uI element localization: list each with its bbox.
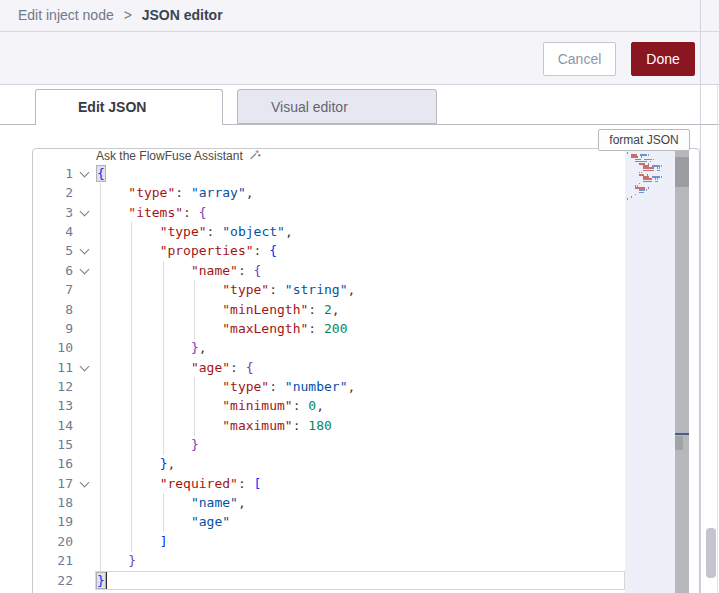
chevron-down-icon[interactable] [80,477,90,487]
line-number: 10 [33,338,73,357]
code-line[interactable]: 17 "required": [ [33,474,625,494]
code-line[interactable]: 18 "name", [33,493,625,513]
chevron-down-icon[interactable] [80,168,90,178]
chevron-down-icon[interactable] [80,264,90,274]
code-text: "age": { [97,358,254,377]
code-text: "name": { [97,261,261,280]
editor-scrollbar-thumb[interactable] [675,157,689,187]
json-editor-dialog: Edit inject node > JSON editor Cancel Do… [0,0,719,593]
code-line[interactable]: 19 "age" [33,512,625,532]
page-title: JSON editor [142,7,223,23]
code-text: } [97,571,105,590]
line-number: 8 [33,300,73,319]
tab-edit-json[interactable]: Edit JSON [35,89,223,125]
line-number: 18 [33,493,73,512]
minimap-line-mark [657,170,660,172]
code-text: "type": "array", [97,183,254,202]
code-line[interactable]: 3 "items": { [33,203,625,223]
format-json-button[interactable]: format JSON [598,129,690,151]
minimap-line-mark [650,161,651,163]
minimap-line-mark [627,198,628,200]
code-line[interactable]: 6 "name": { [33,261,625,281]
code-editor[interactable]: Ask the FlowFuse Assistant 1{2 "type": "… [32,148,700,593]
code-line[interactable]: 1{ [33,164,625,184]
code-line[interactable]: 10 }, [33,338,625,358]
minimap-line-mark [661,165,662,167]
sparkle-wand-icon [249,149,261,161]
line-number: 7 [33,280,73,299]
code-text: }, [97,454,175,473]
dialog-scrollbar-border [700,0,701,593]
code-line[interactable]: 4 "type": "object", [33,222,625,242]
code-text: "properties": { [97,241,277,260]
minimap-line-mark [639,192,644,194]
overview-ruler-cursor-marker [675,433,689,435]
code-text: "type": "string", [97,280,355,299]
code-text: } [97,551,136,570]
minimap-line-mark [648,154,649,156]
minimap[interactable] [625,149,675,593]
code-line[interactable]: 14 "maximum": 180 [33,416,625,436]
line-number: 16 [33,454,73,473]
minimap-line-mark [655,181,658,183]
code-text: "type": "object", [97,222,293,241]
line-number: 6 [33,261,73,280]
dialog-toolbar: Cancel Done [0,32,719,85]
code-text: "items": { [97,203,207,222]
code-line[interactable]: 20 ] [33,532,625,552]
chevron-down-icon[interactable] [80,206,90,216]
minimap-line-mark [648,187,649,189]
breadcrumb-node: Edit inject node [18,7,114,23]
overview-ruler-marker [675,436,683,450]
code-text: "maximum": 180 [97,416,332,435]
line-number: 14 [33,416,73,435]
code-line[interactable]: 11 "age": { [33,358,625,378]
minimap-line-mark [641,156,642,158]
line-number: 11 [33,358,73,377]
chevron-down-icon[interactable] [80,361,90,371]
cancel-button[interactable]: Cancel [543,42,616,76]
minimap-line-mark [652,176,660,178]
code-text: "required": [ [97,474,261,493]
minimap-line-mark [643,170,654,172]
done-button[interactable]: Done [631,42,695,76]
code-line[interactable]: 21 } [33,551,625,571]
line-number: 1 [33,164,73,183]
code-line[interactable]: 2 "type": "array", [33,183,625,203]
breadcrumb: Edit inject node > JSON editor [0,0,719,32]
text-cursor [106,572,108,589]
code-line[interactable]: 12 "type": "number", [33,377,625,397]
code-line[interactable]: 13 "minimum": 0, [33,396,625,416]
code-text: "name", [97,493,246,512]
code-line[interactable]: 22} [33,571,625,591]
code-line[interactable]: 5 "properties": { [33,241,625,261]
code-text: }, [97,338,207,357]
minimap-line-mark [643,181,652,183]
minimap-line-mark [635,194,636,196]
line-number: 19 [33,512,73,531]
line-number: 9 [33,319,73,338]
minimap-line-mark [627,152,628,154]
tab-visual-editor[interactable]: Visual editor [237,89,437,124]
current-line-highlight [95,571,625,590]
minimap-line-mark [661,176,662,178]
dialog-scrollbar-thumb[interactable] [706,528,716,578]
line-number: 5 [33,241,73,260]
code-line[interactable]: 9 "maxLength": 200 [33,319,625,339]
code-text: ] [97,532,167,551]
chevron-down-icon[interactable] [80,245,90,255]
tab-bar: Edit JSON Visual editor [0,85,719,125]
code-line[interactable]: 7 "type": "string", [33,280,625,300]
line-number: 22 [33,571,73,590]
editor-scrollbar-track[interactable] [675,149,689,593]
code-text: { [97,164,105,183]
code-text: "type": "number", [97,377,355,396]
code-text: "minimum": 0, [97,396,324,415]
minimap-line-mark [631,196,632,198]
code-line[interactable]: 15 } [33,435,625,455]
line-number: 12 [33,377,73,396]
line-number: 17 [33,474,73,493]
code-line[interactable]: 8 "minLength": 2, [33,300,625,320]
code-line[interactable]: 16 }, [33,454,625,474]
assistant-hint[interactable]: Ask the FlowFuse Assistant [96,149,261,164]
